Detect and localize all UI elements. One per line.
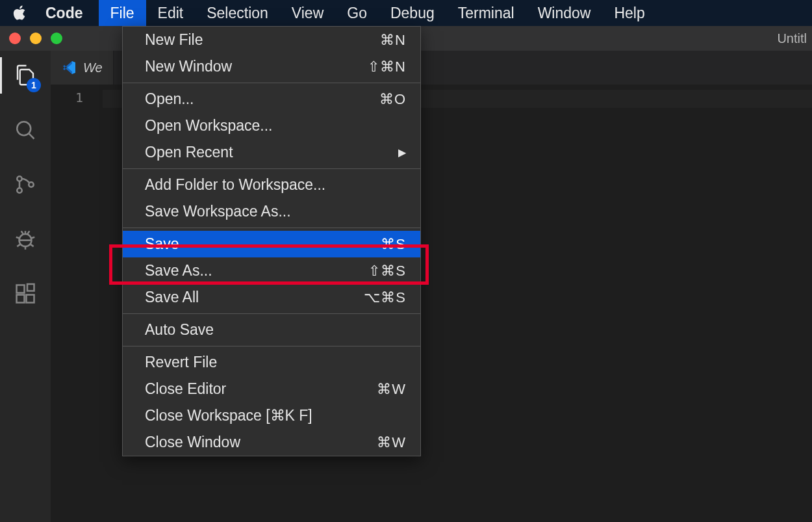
menu-new-window[interactable]: New Window ⇧⌘N xyxy=(123,53,420,80)
menubar-item-go[interactable]: Go xyxy=(335,0,379,26)
activitybar-debug[interactable] xyxy=(11,225,40,254)
menu-separator xyxy=(123,168,420,169)
minimize-window-button[interactable] xyxy=(30,33,42,44)
svg-line-12 xyxy=(21,231,23,234)
svg-rect-16 xyxy=(17,295,25,303)
svg-point-3 xyxy=(17,188,22,193)
svg-point-0 xyxy=(17,122,31,135)
menu-close-workspace[interactable]: Close Workspace [⌘K F] xyxy=(123,402,420,429)
svg-line-10 xyxy=(17,244,20,246)
svg-point-4 xyxy=(29,182,34,187)
line-number: 1 xyxy=(51,90,83,105)
svg-point-2 xyxy=(17,176,22,181)
svg-rect-15 xyxy=(17,285,25,293)
menu-shortcut: ⌘W xyxy=(377,381,406,398)
svg-rect-18 xyxy=(27,284,34,291)
menu-shortcut: ⌘S xyxy=(381,236,406,253)
menu-label: Open... xyxy=(145,90,194,108)
menu-label: Revert File xyxy=(145,354,217,371)
menu-shortcut: ⌘W xyxy=(377,434,406,451)
vscode-file-icon xyxy=(61,60,77,75)
svg-rect-17 xyxy=(27,295,34,303)
menu-save[interactable]: Save ⌘S xyxy=(123,231,420,257)
menu-label: Auto Save xyxy=(145,321,214,339)
activity-bar: 1 xyxy=(0,51,51,522)
menubar-item-view[interactable]: View xyxy=(280,0,335,26)
menu-label: New Window xyxy=(145,58,232,75)
menubar-item-selection[interactable]: Selection xyxy=(195,0,280,26)
menu-label: Add Folder to Workspace... xyxy=(145,176,325,194)
editor-tab[interactable]: We xyxy=(51,51,114,85)
menu-label: Open Workspace... xyxy=(145,117,272,135)
line-gutter: 1 xyxy=(51,85,103,522)
menu-close-window[interactable]: Close Window ⌘W xyxy=(123,429,420,456)
menu-label: Save As... xyxy=(145,262,212,280)
menu-open[interactable]: Open... ⌘O xyxy=(123,86,420,112)
menu-open-recent[interactable]: Open Recent ▶ xyxy=(123,139,420,166)
menu-auto-save[interactable]: Auto Save xyxy=(123,317,420,343)
menubar-item-help[interactable]: Help xyxy=(602,0,656,26)
menu-open-workspace[interactable]: Open Workspace... xyxy=(123,112,420,139)
menu-separator xyxy=(123,313,420,314)
menu-shortcut: ⌘N xyxy=(380,32,406,49)
file-menu-dropdown: New File ⌘N New Window ⇧⌘N Open... ⌘O Op… xyxy=(122,26,421,456)
activitybar-explorer[interactable]: 1 xyxy=(11,61,40,90)
apple-icon[interactable] xyxy=(13,5,27,21)
menu-separator xyxy=(123,83,420,83)
menubar-item-file[interactable]: File xyxy=(99,0,146,26)
svg-line-1 xyxy=(29,134,34,139)
menu-save-workspace-as[interactable]: Save Workspace As... xyxy=(123,198,420,225)
close-window-button[interactable] xyxy=(9,33,21,44)
traffic-lights xyxy=(9,33,62,44)
menu-separator xyxy=(123,346,420,346)
explorer-badge: 1 xyxy=(27,78,41,92)
activitybar-search[interactable] xyxy=(11,116,40,144)
menubar-item-debug[interactable]: Debug xyxy=(379,0,446,26)
menu-label: Close Editor xyxy=(145,380,226,398)
menu-label: New File xyxy=(145,31,203,49)
menu-shortcut: ⌥⌘S xyxy=(364,289,406,306)
app-name[interactable]: Code xyxy=(42,5,87,22)
activitybar-extensions[interactable] xyxy=(11,280,40,308)
tab-label: We xyxy=(83,60,103,75)
menu-shortcut: ⇧⌘N xyxy=(368,59,406,75)
menubar-item-window[interactable]: Window xyxy=(526,0,603,26)
menu-revert-file[interactable]: Revert File xyxy=(123,349,420,376)
window-title: Untitl xyxy=(777,31,807,46)
menu-label: Close Workspace [⌘K F] xyxy=(145,407,312,424)
menu-close-editor[interactable]: Close Editor ⌘W xyxy=(123,376,420,402)
submenu-arrow-icon: ▶ xyxy=(398,146,406,159)
svg-line-9 xyxy=(31,237,35,239)
zoom-window-button[interactable] xyxy=(51,33,62,44)
svg-line-8 xyxy=(16,237,20,239)
svg-line-13 xyxy=(27,231,29,234)
menubar-item-edit[interactable]: Edit xyxy=(146,0,196,26)
menu-separator xyxy=(123,228,420,228)
menu-shortcut: ⌘O xyxy=(379,91,406,108)
menu-label: Save All xyxy=(145,289,199,306)
menu-label: Save Workspace As... xyxy=(145,203,291,220)
menu-add-folder[interactable]: Add Folder to Workspace... xyxy=(123,172,420,198)
menu-label: Save xyxy=(145,235,179,253)
macos-menubar: Code File Edit Selection View Go Debug T… xyxy=(0,0,812,26)
menu-save-all[interactable]: Save All ⌥⌘S xyxy=(123,284,420,311)
menu-new-file[interactable]: New File ⌘N xyxy=(123,27,420,53)
menu-shortcut: ⇧⌘S xyxy=(368,263,406,280)
menu-save-as[interactable]: Save As... ⇧⌘S xyxy=(123,257,420,284)
menu-label: Close Window xyxy=(145,434,240,451)
menubar-item-terminal[interactable]: Terminal xyxy=(446,0,526,26)
menu-label: Open Recent xyxy=(145,144,233,161)
activitybar-source-control[interactable] xyxy=(11,170,40,199)
svg-line-11 xyxy=(31,244,34,246)
